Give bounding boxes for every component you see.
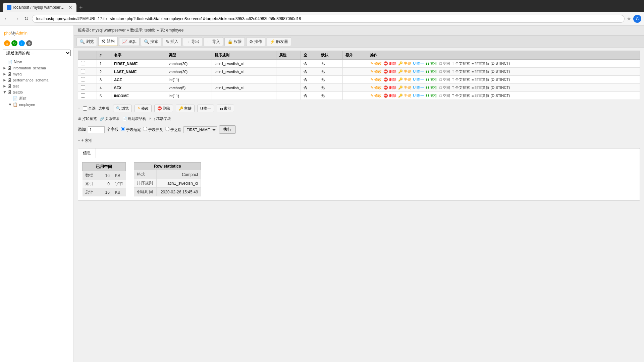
primary-link[interactable]: 🔑 主键 <box>398 61 411 66</box>
help-icon[interactable]: ? <box>149 117 151 121</box>
primary-link[interactable]: 🔑 主键 <box>398 77 411 82</box>
unique-link[interactable]: U 唯一 <box>413 85 424 90</box>
bottom-delete-button[interactable]: ⛔ 删除 <box>154 105 173 112</box>
sidebar-item-performance-schema[interactable]: ► 🗄 performance_schema <box>0 77 73 83</box>
operations-button[interactable]: ⚙ 操作 <box>246 37 265 46</box>
tab-close-button[interactable]: ✕ <box>68 5 72 10</box>
distinct-link[interactable]: ≡ 非重复值 (DISTINCT) <box>472 77 510 82</box>
home-icon[interactable]: ⌂ <box>4 40 10 46</box>
add-field-count-input[interactable] <box>88 126 105 133</box>
row-checkbox[interactable] <box>78 76 97 84</box>
settings-icon[interactable]: ⚙ <box>26 40 32 46</box>
fulltext-link[interactable]: T 全文搜索 <box>452 85 470 90</box>
sidebar-item-new-table[interactable]: 📄 新建 <box>0 95 73 102</box>
sidebar-item-new[interactable]: 📄 New <box>0 59 73 65</box>
triggers-button[interactable]: ⚡ 触发器 <box>267 37 291 46</box>
search-button[interactable]: 🔍 搜索 <box>141 37 161 46</box>
index-link[interactable]: ☷ 索引 <box>426 77 438 82</box>
fulltext-link[interactable]: T 全文搜索 <box>452 93 470 98</box>
edit-link[interactable]: ✎ 修改 <box>370 77 382 82</box>
sidebar-item-test[interactable]: ► 🗄 test <box>0 83 73 89</box>
distinct-link[interactable]: ≡ 非重复值 (DISTINCT) <box>472 61 510 66</box>
sidebar-item-information-schema[interactable]: ► 🗄 information_schema <box>0 65 73 71</box>
delete-link[interactable]: ⛔ 删除 <box>383 61 396 66</box>
breadcrumb-database[interactable]: 数据库: testdb <box>130 28 155 33</box>
after-end-radio[interactable] <box>121 127 125 131</box>
bottom-edit-button[interactable]: ✎ 修改 <box>135 105 152 112</box>
index-link[interactable]: + + 索引 <box>74 136 644 145</box>
space-link[interactable]: □ 空间 <box>440 77 450 82</box>
relation-view-link[interactable]: 🔗 关系查看 <box>100 116 120 121</box>
field-position-select[interactable]: FIRST_NAME <box>183 126 217 133</box>
index-link[interactable]: ☷ 索引 <box>426 93 438 98</box>
move-columns-link[interactable]: ↕ 移动字段 <box>154 116 171 121</box>
unique-link[interactable]: U 唯一 <box>413 77 424 82</box>
distinct-link[interactable]: ≡ 非重复值 (DISTINCT) <box>472 85 510 90</box>
primary-link[interactable]: 🔑 主键 <box>398 93 411 98</box>
edit-link[interactable]: ✎ 修改 <box>370 93 382 98</box>
after-end-label[interactable]: 于表结尾 <box>121 127 141 132</box>
reload-button[interactable]: ↻ <box>23 15 30 22</box>
row-checkbox[interactable] <box>78 84 97 92</box>
propose-structure-link[interactable]: 📄 规划表结构 <box>122 116 146 121</box>
row-checkbox[interactable] <box>78 60 97 68</box>
insert-button[interactable]: ✎ 插入 <box>163 37 181 46</box>
bottom-index-button[interactable]: ☷ 索引 <box>217 105 234 112</box>
permissions-button[interactable]: 🔒 权限 <box>224 37 245 46</box>
fulltext-link[interactable]: T 全文搜索 <box>452 77 470 82</box>
sidebar-item-testdb[interactable]: ▼ 🗄 testdb <box>0 89 73 95</box>
delete-link[interactable]: ⛔ 删除 <box>383 85 396 90</box>
space-link[interactable]: □ 空间 <box>440 93 450 98</box>
row-checkbox[interactable] <box>78 92 97 100</box>
delete-link[interactable]: ⛔ 删除 <box>383 93 396 98</box>
edit-link[interactable]: ✎ 修改 <box>370 85 382 90</box>
index-link[interactable]: ☷ 索引 <box>426 61 438 66</box>
index-link[interactable]: ☷ 索引 <box>426 85 438 90</box>
export-button[interactable]: → 导出 <box>183 37 202 46</box>
structure-button[interactable]: 🛠 结构 <box>98 37 118 46</box>
distinct-link[interactable]: ≡ 非重复值 (DISTINCT) <box>472 93 510 98</box>
back-button[interactable]: ← <box>3 15 11 22</box>
recent-tables-select[interactable]: (最近使用的表) ... <box>3 50 71 56</box>
sql-button[interactable]: 📈 SQL <box>119 38 140 46</box>
index-link[interactable]: ☷ 索引 <box>426 69 438 74</box>
edit-link[interactable]: ✎ 修改 <box>370 69 382 74</box>
before-start-label[interactable]: 于表开头 <box>143 127 163 132</box>
unique-link[interactable]: U 唯一 <box>413 69 424 74</box>
space-link[interactable]: □ 空间 <box>440 69 450 74</box>
breadcrumb-server[interactable]: 服务器: mysql wampserver <box>78 28 126 33</box>
browse-button[interactable]: 🔍 浏览 <box>76 37 97 46</box>
primary-link[interactable]: 🔑 主键 <box>398 85 411 90</box>
breadcrumb-table[interactable]: 表: employee <box>160 28 184 33</box>
primary-link[interactable]: 🔑 主键 <box>398 69 411 74</box>
row-checkbox[interactable] <box>78 68 97 76</box>
print-preview-link[interactable]: 🖶 打印预览 <box>78 116 97 121</box>
space-link[interactable]: □ 空间 <box>440 61 450 66</box>
after-field-label[interactable]: 于之后 <box>165 127 181 132</box>
sidebar-item-employee[interactable]: ▼ 📋 employee <box>0 102 73 108</box>
execute-button[interactable]: 执行 <box>219 125 236 134</box>
import-button[interactable]: ← 导入 <box>204 37 223 46</box>
address-input[interactable] <box>32 15 625 23</box>
info-icon[interactable]: i <box>19 40 25 46</box>
check-all-label[interactable]: 全选 <box>83 106 96 111</box>
space-link[interactable]: □ 空间 <box>440 85 450 90</box>
profile-button[interactable]: G <box>633 15 641 23</box>
bottom-primary-button[interactable]: 🔑 主键 <box>176 105 195 112</box>
delete-link[interactable]: ⛔ 删除 <box>383 69 396 74</box>
edit-link[interactable]: ✎ 修改 <box>370 61 382 66</box>
bookmark-icon[interactable]: ★ <box>627 15 631 22</box>
bottom-unique-button[interactable]: U 唯一 <box>197 105 214 112</box>
forward-button[interactable]: → <box>13 15 21 22</box>
new-tab-button[interactable]: + <box>76 4 86 11</box>
unique-link[interactable]: U 唯一 <box>413 61 424 66</box>
distinct-link[interactable]: ≡ 非重复值 (DISTINCT) <box>472 69 510 74</box>
unique-link[interactable]: U 唯一 <box>413 93 424 98</box>
before-start-radio[interactable] <box>143 127 147 131</box>
info-tab-info[interactable]: 信息 <box>78 148 96 158</box>
fulltext-link[interactable]: T 全文搜索 <box>452 61 470 66</box>
fulltext-link[interactable]: T 全文搜索 <box>452 69 470 74</box>
after-field-radio[interactable] <box>165 127 169 131</box>
delete-link[interactable]: ⛔ 删除 <box>383 77 396 82</box>
refresh-icon[interactable]: ↻ <box>11 40 17 46</box>
